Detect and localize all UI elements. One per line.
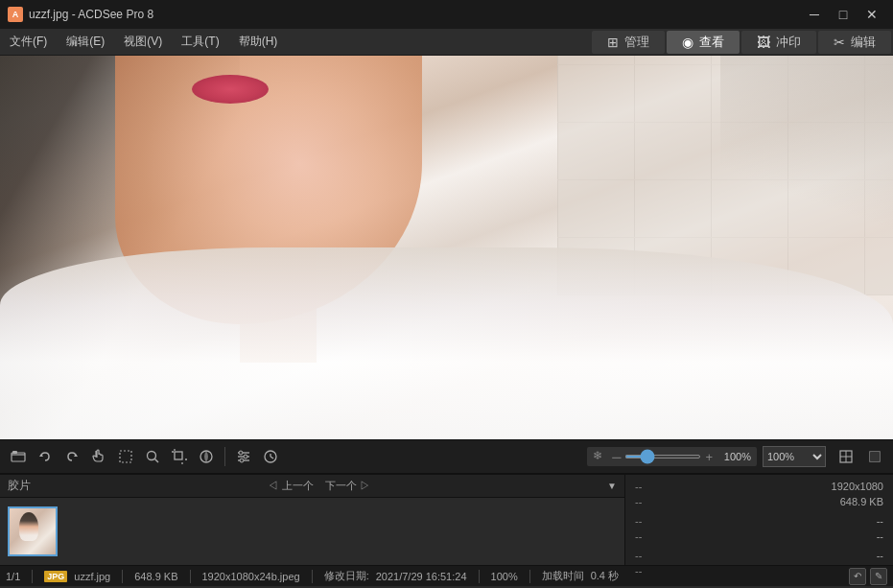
modified-date-info: 修改日期: 2021/7/29 16:51:24 [324,569,467,583]
zoom-percent: 100% [491,571,518,582]
modified-date: 2021/7/29 16:51:24 [376,571,467,582]
menu-file[interactable]: 文件(F) [0,29,57,55]
toolbar-separator-1 [224,447,225,466]
menu-edit[interactable]: 编辑(E) [57,29,114,55]
view-mode-btn-2[interactable] [862,444,887,469]
status-sep-6 [529,570,530,583]
next-button[interactable]: 下一个 ▷ [321,479,374,493]
zoom-button[interactable] [140,444,165,469]
clock-icon [263,449,278,464]
film-dropdown-button[interactable]: ▼ [607,481,617,491]
minimize-button[interactable]: ─ [801,5,828,24]
toolbar: ❄ ─ + 100% 100% 50% 200% 适合窗口 [0,439,893,474]
info-panel: -- 1920x1080 -- 648.9 KB -- -- -- -- -- … [624,475,893,565]
page-counter: 1/1 [6,571,20,582]
hand-button[interactable] [86,444,111,469]
file-info: JPG uzzf.jpg [44,571,110,582]
maximize-button[interactable]: □ [830,5,857,24]
status-sep-2 [122,570,123,583]
mode-print[interactable]: 🖼 冲印 [741,31,816,54]
filesize: 648.9 KB [134,571,177,582]
mode-manage[interactable]: ⊞ 管理 [592,31,665,54]
film-panel: 胶片 ◁ 上一个 下一个 ▷ ▼ -- 1920x1080 -- 648.9 K… [0,474,893,565]
lips-area [192,75,269,104]
menu-items: 文件(F) 编辑(E) 视图(V) 工具(T) 帮助(H) [0,29,287,55]
film-nav: ◁ 上一个 下一个 ▷ [264,479,373,493]
status-edit-icon[interactable]: ✎ [870,568,887,585]
zoom-icon [145,449,160,464]
status-rotate-icon[interactable]: ↶ [849,568,866,585]
open-button[interactable] [6,444,31,469]
svg-point-15 [244,455,247,459]
dimensions: 1920x1080x24b.jpeg [202,571,300,582]
svg-rect-0 [12,453,25,461]
redo-button[interactable] [59,444,84,469]
menu-view[interactable]: 视图(V) [114,29,172,55]
svg-rect-5 [175,452,182,459]
svg-line-19 [270,457,273,459]
mode-view[interactable]: ◉ 查看 [667,31,740,54]
redo-icon [64,449,80,464]
image-area [0,56,893,439]
hand-icon [91,449,106,464]
page-count: 1/1 [6,571,20,582]
zoom-dropdown[interactable]: 100% 50% 200% 适合窗口 [763,446,826,467]
window-title: uzzf.jpg - ACDSee Pro 8 [29,8,153,21]
load-time-val: 0.4 秒 [591,569,619,583]
photo-canvas [0,56,893,439]
status-sep-3 [190,570,191,583]
color-button[interactable] [194,444,219,469]
mode-edit[interactable]: ✂ 编辑 [818,31,891,54]
prev-button[interactable]: ◁ 上一个 [264,479,317,493]
clock-button[interactable] [258,444,283,469]
shirt-area [0,247,893,439]
crop-button[interactable] [167,444,192,469]
view-mode-1-icon [839,450,853,463]
thumb-face [19,512,38,541]
open-icon [11,449,26,464]
status-sep-1 [32,570,33,583]
undo-button[interactable] [33,444,58,469]
info-row-1: -- 1920x1080 [625,479,893,494]
scissors-icon: ✂ [834,35,845,50]
zoom-slider[interactable] [624,455,701,459]
info-row-3: -- -- [625,513,893,529]
title-left: A uzzf.jpg - ACDSee Pro 8 [8,7,153,22]
zoom-status: 100% [491,571,518,582]
filesize-info: 648.9 KB [134,571,177,582]
svg-rect-2 [120,451,131,462]
svg-point-3 [148,452,156,460]
print-icon: 🖼 [757,35,770,50]
thumbnail-item[interactable] [8,506,58,556]
status-right-icons: ↶ ✎ [849,568,887,585]
zoom-area: ❄ ─ + 100% 100% 50% 200% 适合窗口 [587,444,887,469]
svg-rect-1 [12,451,17,454]
svg-line-4 [155,459,159,463]
undo-icon [37,449,53,464]
load-time-label: 加载时间 [542,569,584,583]
status-sep-4 [312,570,313,583]
view-mode-btn-1[interactable] [834,444,858,469]
load-time-info: 加载时间 0.4 秒 [542,569,619,583]
title-bar: A uzzf.jpg - ACDSee Pro 8 ─ □ ✕ [0,0,893,29]
menu-tools[interactable]: 工具(T) [172,29,228,55]
film-title: 胶片 [8,478,31,494]
menu-help[interactable]: 帮助(H) [229,29,288,55]
app-icon: A [8,7,23,22]
zoom-minus-icon[interactable]: ─ [612,450,621,464]
close-button[interactable]: ✕ [858,5,885,24]
svg-point-16 [240,459,244,462]
view-mode-2-icon [868,450,881,463]
photo-background [0,56,893,439]
modified-label: 修改日期: [324,569,369,583]
film-content [0,498,624,565]
select-button[interactable] [113,444,138,469]
svg-point-14 [239,451,243,455]
zoom-plus-icon[interactable]: + [705,450,713,464]
info-row-4: -- -- [625,529,893,544]
zoom-level: 100% [717,451,751,462]
select-icon [118,449,133,464]
film-header: 胶片 ◁ 上一个 下一个 ▷ ▼ [0,475,624,498]
film-strip: 胶片 ◁ 上一个 下一个 ▷ ▼ [0,475,624,565]
settings-button[interactable] [231,444,256,469]
